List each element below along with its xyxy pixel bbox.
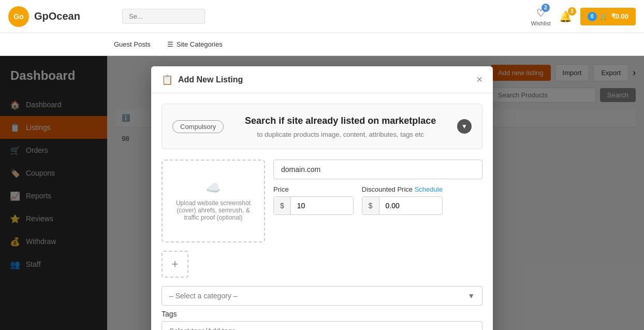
cart-icon: 🛒 bbox=[600, 12, 608, 20]
wishlist-badge: 2 bbox=[541, 4, 550, 12]
wishlist-button[interactable]: ♡ 2 Wishlist bbox=[531, 7, 551, 26]
cart-badge: 0 bbox=[588, 12, 597, 21]
discount-input-wrap: $ bbox=[362, 196, 443, 215]
schedule-link[interactable]: Schedule bbox=[415, 185, 443, 193]
price-input-wrap: $ bbox=[273, 196, 354, 215]
upload-icon: ☁️ bbox=[206, 181, 221, 195]
nav-site-categories-label: Site Categories bbox=[177, 40, 223, 48]
app-wrapper: Go GpOcean ♡ 2 Wishlist 🔔 3 0 🛒 ₹0.00 bbox=[0, 0, 644, 330]
modal-close-button[interactable]: × bbox=[476, 74, 482, 85]
discount-input[interactable] bbox=[379, 197, 442, 214]
price-symbol: $ bbox=[274, 197, 291, 214]
notification-badge: 3 bbox=[568, 7, 576, 16]
compulsory-badge: Compulsory bbox=[172, 120, 224, 133]
hamburger-icon: ☰ bbox=[167, 40, 173, 48]
header-search-input[interactable] bbox=[122, 9, 205, 24]
header: Go GpOcean ♡ 2 Wishlist 🔔 3 0 🛒 ₹0.00 bbox=[0, 0, 644, 33]
modal-body: Compulsory Search if site already listed… bbox=[151, 93, 493, 330]
cart-button[interactable]: 0 🛒 ₹0.00 bbox=[580, 8, 636, 25]
upload-label: Upload website screenshot (cover) ahrefs… bbox=[169, 199, 258, 221]
nav-guest-posts[interactable]: Guest Posts bbox=[114, 34, 151, 54]
logo-text: GpOcean bbox=[34, 10, 80, 22]
banner-dropdown-arrow[interactable]: ▼ bbox=[457, 119, 472, 134]
category-placeholder: – Select a category – bbox=[169, 292, 238, 300]
tags-input[interactable] bbox=[162, 321, 482, 330]
form-right: Price $ Discounted Price Sc bbox=[273, 160, 482, 242]
category-select[interactable]: – Select a category – ▼ bbox=[162, 286, 482, 306]
price-row: Price $ Discounted Price Sc bbox=[273, 185, 482, 215]
search-banner-subtitle: to duplicate products image, content, at… bbox=[232, 131, 449, 138]
modal-title: Add New Listing bbox=[178, 75, 243, 84]
tags-label: Tags bbox=[162, 310, 482, 318]
modal-header: 📋 Add New Listing × bbox=[151, 66, 493, 93]
nav-bar: Guest Posts ☰ Site Categories bbox=[0, 33, 644, 56]
logo-icon: Go bbox=[8, 6, 29, 27]
header-right: ♡ 2 Wishlist 🔔 3 0 🛒 ₹0.00 bbox=[531, 7, 636, 26]
nav-site-categories[interactable]: ☰ Site Categories bbox=[167, 34, 223, 54]
notification-button[interactable]: 🔔 3 bbox=[559, 10, 572, 23]
tags-section: Tags bbox=[162, 310, 482, 330]
discount-symbol: $ bbox=[362, 197, 379, 214]
body-area: Dashboard 🏠 Dashboard 📋 Listings 🛒 Order… bbox=[0, 56, 644, 330]
logo-area: Go GpOcean bbox=[8, 6, 122, 27]
search-banner-title: Search if site already listed on marketp… bbox=[232, 114, 449, 127]
search-banner: Compulsory Search if site already listed… bbox=[162, 104, 482, 149]
price-input[interactable] bbox=[291, 197, 353, 214]
upload-box[interactable]: ☁️ Upload website screenshot (cover) ahr… bbox=[162, 160, 265, 242]
add-image-button[interactable]: + bbox=[162, 251, 188, 278]
upload-price-row: ☁️ Upload website screenshot (cover) ahr… bbox=[162, 160, 482, 242]
discounted-price-group: Discounted Price Schedule $ bbox=[362, 185, 443, 215]
discounted-price-label: Discounted Price Schedule bbox=[362, 185, 443, 193]
wishlist-label: Wishlist bbox=[531, 20, 551, 26]
price-label: Price bbox=[273, 185, 354, 193]
cart-price: ₹0.00 bbox=[611, 12, 628, 20]
modal-title-icon: 📋 bbox=[162, 74, 173, 85]
category-dropdown-icon: ▼ bbox=[467, 292, 475, 300]
modal-overlay: 📋 Add New Listing × Compulsory Search if… bbox=[0, 56, 644, 330]
modal: 📋 Add New Listing × Compulsory Search if… bbox=[151, 66, 493, 330]
nav-guest-posts-label: Guest Posts bbox=[114, 40, 151, 48]
domain-input[interactable] bbox=[273, 160, 482, 179]
price-group: Price $ bbox=[273, 185, 354, 215]
search-banner-text: Search if site already listed on marketp… bbox=[232, 114, 449, 138]
